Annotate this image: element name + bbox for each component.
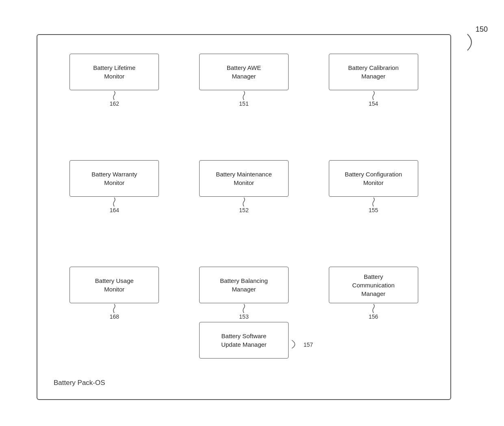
block-warranty-monitor: Battery WarrantyMonitor	[70, 160, 159, 197]
pack-os-label: Battery Pack-OS	[54, 379, 105, 387]
ref-164: 164	[110, 207, 119, 213]
connector-156: 156	[369, 304, 378, 320]
block-lifetime-monitor: Battery LifetimeMonitor	[70, 54, 159, 90]
ref-151: 151	[239, 100, 248, 107]
ref-152: 152	[239, 207, 248, 213]
block-configuration-monitor: Battery ConfigurationMonitor	[329, 160, 418, 197]
ref-155: 155	[369, 207, 378, 213]
cell-r2c3: Battery ConfigurationMonitor 155	[308, 154, 438, 260]
connector-155: 155	[369, 198, 378, 213]
cell-r1c1: Battery LifetimeMonitor 162	[50, 47, 179, 154]
ref-154: 154	[369, 100, 378, 107]
block-calibration-manager: Battery CalibrarionManager	[329, 54, 418, 90]
connector-153: 153	[239, 304, 248, 320]
wavy-line-153	[240, 304, 248, 313]
wavy-line-162	[110, 91, 118, 100]
ref-162: 162	[110, 100, 119, 107]
block-awe-manager: Battery AWEManager	[199, 54, 289, 90]
cell-r2c2: Battery MaintenanceMonitor 152	[179, 154, 309, 260]
main-bounding-box: Battery Pack-OS Battery LifetimeMonitor …	[37, 34, 451, 400]
cell-r1c2: Battery AWEManager 151	[179, 47, 309, 154]
cell-r2c1: Battery WarrantyMonitor 164	[50, 154, 179, 260]
row4-container: Battery SoftwareUpdate Manager 157	[37, 322, 450, 359]
block-usage-monitor: Battery UsageMonitor	[70, 267, 159, 303]
wavy-line-155	[369, 198, 378, 206]
outer-bracket-curve	[463, 30, 484, 54]
curve-157	[290, 338, 302, 350]
block-grid: Battery LifetimeMonitor 162 Battery AWEM…	[50, 47, 438, 367]
block-balancing-manager: Battery BalancingManager	[199, 267, 289, 303]
wavy-line-154	[369, 91, 378, 100]
connector-151: 151	[239, 91, 248, 107]
wavy-line-152	[240, 198, 248, 206]
connector-152: 152	[239, 198, 248, 213]
cell-r4c2: Battery SoftwareUpdate Manager 157	[199, 322, 289, 359]
connector-164: 164	[110, 198, 119, 213]
wavy-line-168	[110, 304, 118, 313]
block-communication-manager: BatteryCommunicationManager	[329, 267, 418, 303]
ref-157: 157	[304, 341, 313, 348]
connector-154: 154	[369, 91, 378, 107]
cell-r1c3: Battery CalibrarionManager 154	[308, 47, 438, 154]
wavy-line-151	[240, 91, 248, 100]
ref-156: 156	[369, 313, 378, 320]
ref-153: 153	[239, 313, 248, 320]
diagram-wrapper: 150 Battery Pack-OS Battery LifetimeMoni…	[28, 18, 476, 408]
wavy-line-164	[110, 198, 118, 206]
block-software-update-manager: Battery SoftwareUpdate Manager	[199, 322, 289, 359]
block-maintenance-monitor: Battery MaintenanceMonitor	[199, 160, 289, 197]
connector-168: 168	[110, 304, 119, 320]
wavy-line-156	[369, 304, 378, 313]
ref-157-container: 157	[290, 338, 313, 350]
connector-162: 162	[110, 91, 119, 107]
ref-168: 168	[110, 313, 119, 320]
